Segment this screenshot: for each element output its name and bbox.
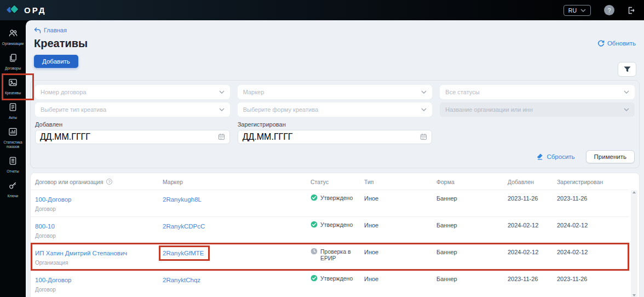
help-button[interactable]: ? [604, 5, 614, 15]
logout-icon[interactable] [626, 6, 635, 15]
column-header-added: Добавлен [508, 179, 557, 185]
marker-link[interactable]: 2RanyktChqz [163, 277, 200, 283]
table-row[interactable]: 100-ДоговорДоговор2RanyktChqzУтвержденоИ… [31, 270, 629, 297]
contract-or-org-link[interactable]: 100-Договор [35, 196, 71, 203]
registered-date-cell: 2024-02-12 [557, 221, 629, 239]
calendar-icon[interactable] [218, 133, 225, 140]
table-row[interactable]: 800-10Договор2RanykCDPcCУтвержденоИноеБа… [31, 216, 629, 243]
contract-or-org-link[interactable]: 100-Договор [35, 277, 71, 283]
sidebar-nav: ОрганизацииДоговорыКреативыАктыСтатистик… [0, 25, 26, 202]
added-date-group: Добавлен ДД.ММ.ГГГГ [35, 121, 230, 144]
breadcrumb[interactable]: Главная [34, 27, 67, 33]
status-label: Утверждено [320, 275, 353, 282]
app-root: ОРД RU ? ОрганизацииДоговорыКреативыАкты… [0, 0, 644, 297]
topbar-right: RU ? [564, 5, 635, 16]
creatives-table: Договор или организация ? Маркер Статус … [30, 173, 640, 297]
added-date-cell: 2024-02-12 [508, 221, 557, 239]
chevron-down-icon [219, 90, 225, 94]
sidebar-item-stats[interactable]: Статистика показов [0, 124, 26, 153]
refresh-icon [597, 40, 605, 47]
chevron-down-icon [219, 108, 225, 111]
contract-or-org-link[interactable]: 800-10 [35, 223, 55, 230]
sidebar-item-organizations[interactable]: Организации [0, 25, 26, 50]
row-subtitle: Договор [35, 287, 163, 293]
filter-toggle-button[interactable] [618, 62, 636, 77]
logo-text: ОРД [24, 5, 46, 15]
add-button[interactable]: Добавить [34, 55, 78, 68]
sidebar-item-label: Статистика показов [1, 140, 25, 149]
main-content: Главная Креативы Обновить Добавить [26, 20, 644, 297]
marker-select[interactable]: Маркер [238, 85, 433, 99]
apply-button[interactable]: Применить [586, 150, 635, 163]
funnel-icon [623, 66, 631, 73]
chevron-down-icon [624, 108, 629, 111]
keys-icon [8, 181, 18, 192]
added-date-input[interactable]: ДД.ММ.ГГГГ [35, 130, 230, 144]
organizations-icon [8, 28, 18, 40]
scroll-down-icon[interactable] [633, 294, 636, 296]
marker-link[interactable]: 2Ranykugh8L [163, 196, 202, 203]
table-row[interactable]: 100-ДоговорДоговор2Ranykugh8LУтвержденоИ… [31, 190, 629, 216]
scroll-up-icon[interactable] [633, 191, 636, 193]
table-body: 100-ДоговорДоговор2Ranykugh8LУтвержденоИ… [31, 190, 629, 297]
marker-link[interactable]: 2RanykGfMTE [163, 250, 204, 256]
app-logo: ОРД [5, 4, 46, 17]
help-circle-icon[interactable]: ? [106, 179, 112, 185]
creative-form-select[interactable]: Выберите форму креатива [238, 102, 433, 117]
sidebar-item-label: Ключи [8, 194, 18, 198]
top-bar: ОРД RU ? [0, 0, 644, 20]
status-select[interactable]: Все статусы [440, 85, 635, 99]
type-cell: Иное [364, 275, 436, 293]
acts-icon [8, 102, 18, 114]
form-cell: Баннер [436, 194, 508, 212]
registered-date-cell: 2023-11-26 [557, 275, 629, 293]
column-header-status: Статус [311, 179, 364, 185]
language-select[interactable]: RU [564, 5, 591, 16]
sidebar-item-label: Договоры [5, 66, 21, 71]
row-subtitle: Договор [35, 206, 163, 212]
sidebar-item-keys[interactable]: Ключи [0, 178, 26, 202]
creative-type-select[interactable]: Выберите тип креатива [35, 102, 230, 117]
contract-or-org-link[interactable]: ИП Хатин Дмитрий Степанович [35, 250, 127, 256]
status-badge: Проверка в ЕРИР [311, 248, 364, 266]
reset-button[interactable]: Сбросить [536, 153, 574, 160]
status-approved-icon [311, 275, 318, 283]
column-header-type: Тип [364, 179, 436, 185]
column-header-registered: Зарегистрирован [557, 179, 629, 185]
refresh-button[interactable]: Обновить [597, 40, 636, 47]
status-approved-icon [311, 221, 318, 229]
status-pending-icon [311, 248, 318, 256]
sidebar-item-acts[interactable]: Акты [0, 99, 26, 124]
marker-link[interactable]: 2RanykCDPcC [163, 223, 205, 230]
registered-date-cell: 2023-11-26 [557, 194, 629, 212]
sidebar-item-label: Организации [2, 42, 24, 46]
sidebar-item-creatives[interactable]: Креативы [0, 75, 26, 99]
column-header-form: Форма [436, 179, 508, 185]
sidebar-item-contracts[interactable]: Договоры [0, 50, 26, 75]
row-subtitle: Договор [35, 233, 163, 239]
form-cell: Баннер [436, 275, 508, 293]
stats-icon [8, 127, 18, 139]
table-header: Договор или организация ? Маркер Статус … [31, 173, 629, 190]
status-label: Утверждено [320, 221, 353, 228]
organization-select[interactable]: Название организации или инн [440, 102, 635, 117]
filter-grid: Номер договора Маркер Все статусы Выбери… [35, 85, 635, 117]
added-date-cell: 2023-11-26 [508, 194, 557, 212]
sidebar-item-label: Отчеты [7, 169, 19, 174]
registered-date-label: Зарегистрирован [238, 121, 433, 128]
form-cell: Баннер [436, 221, 508, 239]
registered-date-input[interactable]: ДД.ММ.ГГГГ [238, 130, 433, 144]
calendar-icon[interactable] [420, 133, 427, 140]
added-date-cell: 2023-11-26 [508, 275, 557, 293]
table-scrollbar[interactable] [631, 190, 637, 297]
sidebar-item-reports[interactable]: Отчеты [0, 153, 26, 178]
type-cell: Иное [364, 248, 436, 266]
logo-diamonds-icon [5, 4, 22, 17]
status-label: Проверка в ЕРИР [320, 248, 364, 261]
form-cell: Баннер [436, 248, 508, 266]
type-cell: Иное [364, 221, 436, 239]
table-row[interactable]: ИП Хатин Дмитрий СтепановичОрганизация2R… [31, 243, 629, 270]
date-filter-grid: Добавлен ДД.ММ.ГГГГ Зарегистрирован ДД.М… [35, 121, 635, 144]
contract-number-select[interactable]: Номер договора [35, 85, 230, 99]
row-subtitle: Организация [35, 260, 163, 266]
